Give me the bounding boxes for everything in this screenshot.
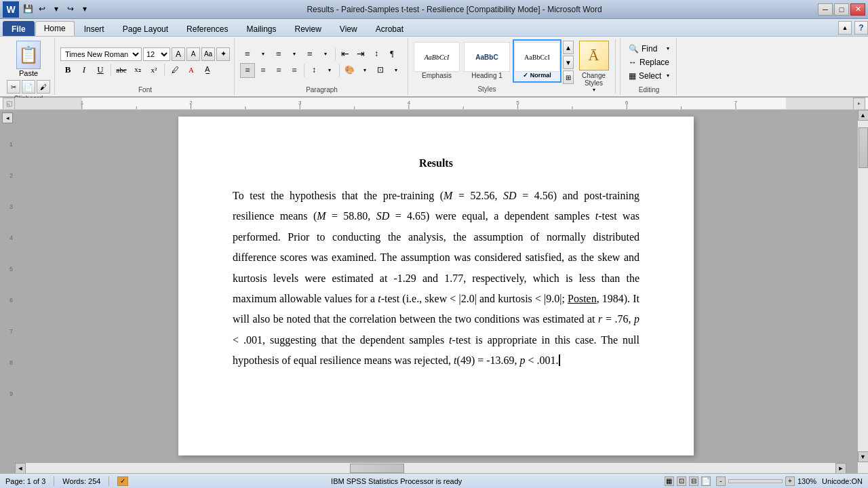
underline-button[interactable]: U bbox=[93, 62, 108, 77]
view-web-button[interactable]: ⊟ bbox=[689, 476, 698, 486]
scroll-up-button[interactable]: ▲ bbox=[858, 110, 869, 121]
style-emphasis-button[interactable]: AaBbCcI Emphasis bbox=[412, 39, 461, 83]
border-dropdown[interactable]: ▾ bbox=[389, 63, 403, 78]
paste-label: Paste bbox=[19, 69, 38, 77]
shading-dropdown[interactable]: ▾ bbox=[357, 63, 372, 78]
select-dropdown[interactable]: ▾ bbox=[667, 73, 669, 79]
numbering-button[interactable]: ≡ bbox=[271, 47, 286, 62]
svg-rect-2 bbox=[786, 98, 853, 110]
text-effect-button[interactable]: A̲ bbox=[200, 62, 215, 77]
ruler-align-button[interactable]: ◱ bbox=[3, 98, 15, 110]
find-button[interactable]: 🔍 Find ▾ bbox=[626, 43, 672, 55]
styles-expand[interactable]: ⊞ bbox=[563, 70, 574, 84]
italic-button[interactable]: I bbox=[77, 62, 92, 77]
strikethrough-button[interactable]: abc bbox=[114, 62, 129, 77]
zoom-slider[interactable] bbox=[728, 479, 783, 483]
styles-scroll-up[interactable]: ▲ bbox=[563, 41, 574, 54]
h-scroll-left-button[interactable]: ◄ bbox=[15, 463, 26, 474]
tab-references[interactable]: References bbox=[178, 21, 237, 36]
change-case-button[interactable]: Aa bbox=[201, 47, 215, 61]
highlight-button[interactable]: 🖊 bbox=[167, 62, 182, 77]
replace-button[interactable]: ↔ Replace bbox=[626, 56, 672, 68]
view-reading-button[interactable]: 📄 bbox=[701, 476, 711, 486]
bullets-dropdown[interactable]: ▾ bbox=[256, 47, 271, 62]
view-fullscreen-button[interactable]: ⊡ bbox=[677, 476, 686, 486]
qa-dropdown[interactable]: ▾ bbox=[79, 3, 91, 16]
window-controls: ─ □ ✕ bbox=[818, 3, 865, 16]
editing-group: 🔍 Find ▾ ↔ Replace ▦ Select ▾ Editing bbox=[622, 38, 677, 95]
ruler-right-button[interactable]: ▸ bbox=[853, 98, 865, 110]
subscript-button[interactable]: x₂ bbox=[130, 62, 145, 77]
page-info: Page: 1 of 3 bbox=[5, 477, 45, 485]
border-button[interactable]: ⊡ bbox=[373, 63, 388, 78]
scroll-thumb[interactable] bbox=[859, 127, 868, 168]
maximize-button[interactable]: □ bbox=[834, 3, 849, 16]
document-paragraph[interactable]: To test the hypothesis that the pre-trai… bbox=[233, 186, 639, 371]
increase-indent-button[interactable]: ⇥ bbox=[353, 47, 368, 62]
tab-home[interactable]: Home bbox=[35, 21, 75, 36]
font-color-button[interactable]: A bbox=[184, 62, 199, 77]
find-dropdown[interactable]: ▾ bbox=[667, 45, 669, 52]
justify-button[interactable]: ≡ bbox=[287, 63, 302, 78]
zoom-in-button[interactable]: + bbox=[785, 476, 795, 486]
show-hide-button[interactable]: ¶ bbox=[384, 47, 399, 62]
ribbon-collapse-button[interactable]: ▲ bbox=[838, 21, 852, 35]
h-scroll-thumb[interactable] bbox=[350, 464, 404, 473]
h-scroll-right-button[interactable]: ► bbox=[835, 463, 846, 474]
align-center-button[interactable]: ≡ bbox=[256, 63, 271, 78]
style-heading1-button[interactable]: AaBbC Heading 1 bbox=[462, 39, 511, 83]
document[interactable]: Results To test the hypothesis that the … bbox=[178, 117, 694, 455]
font-grow-button[interactable]: A bbox=[172, 47, 185, 61]
spellcheck-icon[interactable]: ✓ bbox=[117, 476, 128, 486]
tab-mailings[interactable]: Mailings bbox=[237, 21, 285, 36]
multilevel-dropdown[interactable]: ▾ bbox=[318, 47, 333, 62]
tab-view[interactable]: View bbox=[331, 21, 366, 36]
numbering-dropdown[interactable]: ▾ bbox=[287, 47, 302, 62]
line-numbers: 1 2 3 4 5 6 7 8 9 bbox=[2, 129, 13, 409]
save-button[interactable]: 💾 bbox=[22, 3, 34, 16]
bold-button[interactable]: B bbox=[60, 62, 75, 77]
format-painter-button[interactable]: 🖌 bbox=[37, 80, 50, 94]
status-left: Page: 1 of 3 Words: 254 ✓ bbox=[5, 476, 128, 486]
close-button[interactable]: ✕ bbox=[850, 3, 865, 16]
bullets-button[interactable]: ≡ bbox=[240, 47, 255, 62]
help-button[interactable]: ? bbox=[854, 21, 868, 35]
font-face-select[interactable]: Times New Roman bbox=[60, 47, 142, 61]
align-right-button[interactable]: ≡ bbox=[271, 63, 286, 78]
sort-button[interactable]: ↕ bbox=[369, 47, 384, 62]
paste-button[interactable]: 📋 Paste bbox=[15, 39, 42, 79]
minimize-button[interactable]: ─ bbox=[818, 3, 833, 16]
align-left-button[interactable]: ≡ bbox=[240, 63, 255, 78]
copy-button[interactable]: 📄 bbox=[22, 80, 35, 94]
scroll-track[interactable] bbox=[858, 121, 869, 451]
style-normal-button[interactable]: AaBbCcI ✓ Normal bbox=[513, 39, 561, 83]
cut-button[interactable]: ✂ bbox=[7, 80, 20, 94]
shading-button[interactable]: 🎨 bbox=[342, 63, 357, 78]
font-shrink-button[interactable]: A bbox=[186, 47, 200, 61]
clear-format-button[interactable]: ✦ bbox=[216, 47, 230, 61]
tab-insert[interactable]: Insert bbox=[75, 21, 113, 36]
styles-scroll-down[interactable]: ▼ bbox=[563, 56, 574, 69]
decrease-indent-button[interactable]: ⇤ bbox=[338, 47, 353, 62]
h-scroll-track[interactable] bbox=[26, 463, 835, 474]
undo-button[interactable]: ↩ bbox=[36, 3, 48, 16]
tab-page-layout[interactable]: Page Layout bbox=[114, 21, 177, 36]
line-spacing-button[interactable]: ↕ bbox=[307, 63, 321, 78]
tab-acrobat[interactable]: Acrobat bbox=[367, 21, 412, 36]
undo-dropdown[interactable]: ▾ bbox=[50, 3, 62, 16]
scroll-down-button[interactable]: ▼ bbox=[858, 451, 869, 462]
font-size-select[interactable]: 12 bbox=[143, 47, 170, 61]
multilevel-button[interactable]: ≡ bbox=[302, 47, 317, 62]
redo-button[interactable]: ↪ bbox=[64, 3, 77, 16]
view-print-button[interactable]: ▦ bbox=[665, 476, 674, 486]
zoom-out-button[interactable]: - bbox=[716, 476, 726, 486]
tab-file[interactable]: File bbox=[3, 21, 35, 36]
left-toggle-button[interactable]: ◂ bbox=[2, 113, 13, 123]
change-styles-dropdown[interactable]: ▾ bbox=[593, 87, 595, 93]
line-spacing-dropdown[interactable]: ▾ bbox=[322, 63, 337, 78]
select-button[interactable]: ▦ Select ▾ bbox=[626, 70, 672, 82]
superscript-button[interactable]: x² bbox=[146, 62, 161, 77]
tab-review[interactable]: Review bbox=[285, 21, 330, 36]
document-area[interactable]: Results To test the hypothesis that the … bbox=[15, 110, 857, 473]
change-styles-button[interactable]: Ā ChangeStyles ▾ bbox=[575, 39, 612, 94]
